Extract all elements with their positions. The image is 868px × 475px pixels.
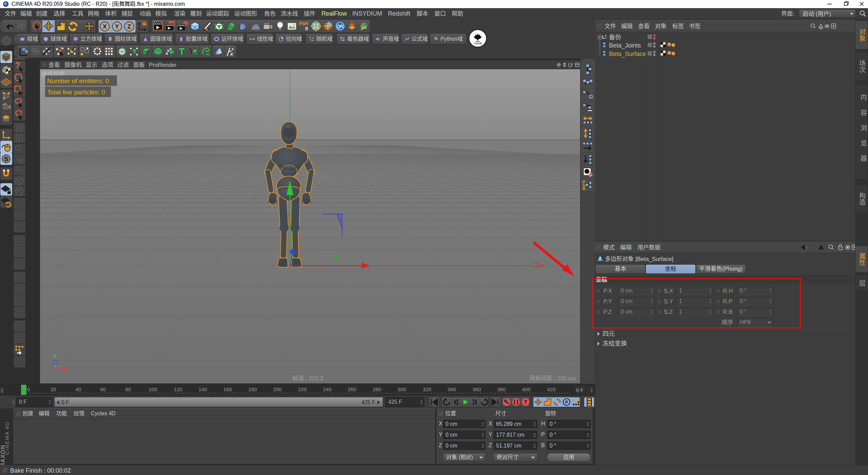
svg-text:x: x: [230, 51, 233, 57]
svg-text:?: ?: [524, 399, 527, 405]
svg-text:S: S: [4, 155, 8, 163]
svg-text:L: L: [602, 35, 605, 40]
svg-text:0: 0: [605, 34, 607, 38]
svg-text:X: X: [103, 23, 107, 30]
svg-text:QR: QR: [337, 24, 343, 29]
svg-text:X: X: [63, 366, 67, 373]
svg-text:P: P: [565, 400, 568, 405]
svg-text:?: ?: [15, 60, 20, 70]
svg-text:Z: Z: [127, 23, 131, 30]
svg-text:Y: Y: [115, 23, 119, 30]
svg-text:0: 0: [305, 25, 308, 31]
svg-text:行走的鹿: 行走的鹿: [474, 42, 482, 45]
svg-text:R: R: [583, 187, 586, 191]
